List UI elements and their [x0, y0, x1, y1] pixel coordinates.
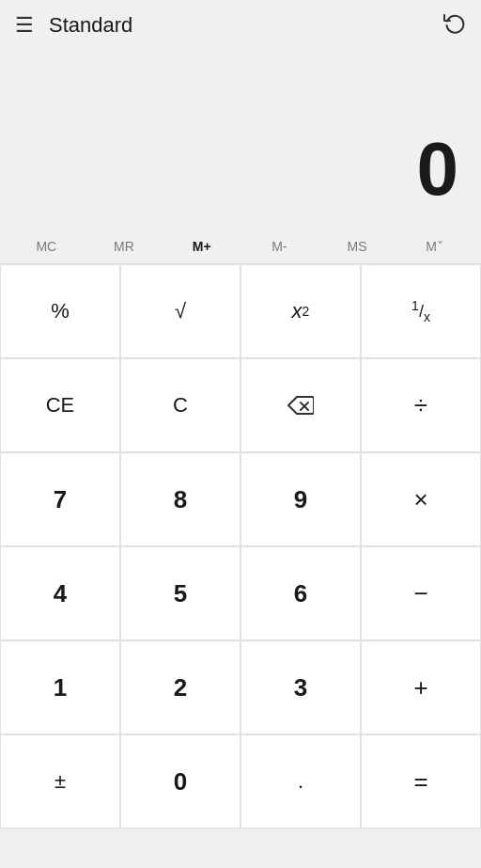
9-button[interactable]: 9 [240, 452, 361, 546]
decimal-button[interactable]: . [240, 734, 361, 829]
backspace-button[interactable] [240, 358, 361, 452]
hamburger-icon[interactable]: ☰ [15, 13, 34, 38]
3-button[interactable]: 3 [240, 640, 361, 734]
history-icon[interactable] [443, 11, 466, 39]
display-value: 0 [417, 132, 459, 207]
memory-row: MC MR M+ M- MS M˅ [0, 229, 481, 264]
7-button[interactable]: 7 [0, 452, 120, 546]
memory-ms-button[interactable]: MS [318, 229, 396, 263]
display-area: 0 [0, 51, 481, 229]
add-button[interactable]: + [361, 640, 481, 734]
subtract-button[interactable]: − [361, 546, 481, 640]
memory-mc-button[interactable]: MC [8, 229, 85, 263]
divide-button[interactable]: ÷ [361, 358, 481, 452]
equals-button[interactable]: = [361, 734, 481, 829]
ce-button[interactable]: CE [0, 358, 120, 452]
memory-mr-button[interactable]: MR [85, 229, 163, 263]
header-left: ☰ Standard [15, 13, 132, 38]
percent-button[interactable]: % [0, 264, 120, 358]
4-button[interactable]: 4 [0, 546, 120, 640]
5-button[interactable]: 5 [120, 546, 240, 640]
header: ☰ Standard [0, 0, 481, 51]
buttons-grid: % √ x2 1/x CE C ÷ 7 8 9 × 4 5 6 − 1 2 3 … [0, 264, 481, 829]
0-button[interactable]: 0 [120, 734, 240, 829]
memory-mplus-button[interactable]: M+ [163, 229, 240, 263]
memory-mminus-button[interactable]: M- [240, 229, 318, 263]
c-button[interactable]: C [120, 358, 240, 452]
2-button[interactable]: 2 [120, 640, 240, 734]
reciprocal-button[interactable]: 1/x [361, 264, 481, 358]
memory-mv-button[interactable]: M˅ [396, 229, 473, 263]
6-button[interactable]: 6 [240, 546, 361, 640]
plusminus-button[interactable]: ± [0, 734, 120, 829]
sqrt-button[interactable]: √ [120, 264, 240, 358]
8-button[interactable]: 8 [120, 452, 240, 546]
page-title: Standard [49, 13, 132, 38]
1-button[interactable]: 1 [0, 640, 120, 734]
multiply-button[interactable]: × [361, 452, 481, 546]
xsquared-button[interactable]: x2 [240, 264, 361, 358]
